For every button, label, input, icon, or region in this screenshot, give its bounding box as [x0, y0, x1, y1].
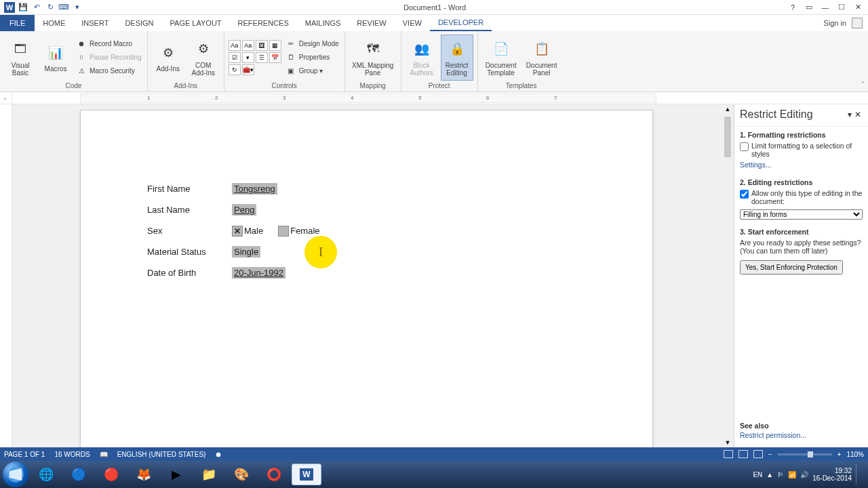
tray-clock[interactable]: 19:32 16-Dec-2014 — [812, 467, 852, 482]
record-macro-button[interactable]: ⏺Record Macro — [75, 38, 143, 50]
group-button[interactable]: ▣Group ▾ — [284, 65, 340, 77]
zoom-thumb[interactable] — [808, 451, 813, 458]
restrict-permission-link[interactable]: Restrict permission... — [740, 430, 806, 441]
web-layout-view-icon[interactable] — [753, 450, 763, 458]
first-name-field[interactable]: Tongsreng — [232, 183, 277, 195]
tab-references[interactable]: REFERENCES — [230, 15, 297, 31]
formatting-settings-link[interactable]: Settings... — [740, 159, 772, 170]
document-template-button[interactable]: 📄 Document Template — [482, 35, 520, 81]
minimize-icon[interactable]: — — [819, 2, 831, 13]
vertical-ruler[interactable] — [0, 104, 12, 447]
tab-selector[interactable]: ⌐ — [0, 92, 12, 104]
scroll-up-icon[interactable]: ▲ — [725, 104, 731, 114]
close-icon[interactable]: ✕ — [852, 2, 864, 13]
tray-network-icon[interactable]: 📶 — [788, 471, 796, 479]
document-area[interactable]: First Name Tongsreng Last Name Peng Sex … — [12, 104, 722, 447]
tab-mailings[interactable]: MAILINGS — [297, 15, 349, 31]
editing-checkbox-row[interactable]: Allow only this type of editing in the d… — [740, 186, 863, 207]
zoom-in-icon[interactable]: + — [837, 451, 842, 458]
tab-view[interactable]: VIEW — [395, 15, 430, 31]
scroll-down-icon[interactable]: ▼ — [725, 438, 731, 447]
tab-developer[interactable]: DEVELOPER — [430, 15, 492, 31]
status-language[interactable]: ENGLISH (UNITED STATES) — [117, 451, 206, 458]
tab-design[interactable]: DESIGN — [117, 15, 161, 31]
last-name-field[interactable]: Peng — [232, 204, 256, 216]
print-layout-view-icon[interactable] — [738, 450, 748, 458]
ribbon-display-icon[interactable]: ▭ — [803, 2, 815, 13]
horizontal-ruler[interactable]: 1 2 3 4 5 6 7 — [80, 94, 656, 103]
status-proofing-icon[interactable]: 📖 — [100, 451, 108, 458]
taskbar-ie-icon[interactable]: 🌐 — [31, 464, 61, 485]
taskbar-globe-icon[interactable]: 🔵 — [64, 464, 94, 485]
macros-button[interactable]: 📊 Macros — [39, 35, 72, 81]
tray-up-icon[interactable]: ▲ — [766, 471, 773, 479]
material-status-field[interactable]: Single — [232, 246, 260, 258]
start-button[interactable] — [3, 462, 28, 487]
vertical-scrollbar[interactable]: ▲ ▼ — [722, 104, 734, 447]
taskbar-word-icon[interactable]: W — [292, 464, 321, 485]
taskbar-explorer-icon[interactable]: 📁 — [194, 464, 224, 485]
collapse-ribbon-icon[interactable]: ˆ — [862, 81, 864, 89]
male-checkbox[interactable]: ✕ — [232, 226, 243, 237]
date-picker-control-icon[interactable]: 📅 — [269, 52, 281, 63]
visual-basic-button[interactable]: 🗔 Visual Basic — [4, 35, 37, 81]
pause-recording-button[interactable]: ⏸Pause Recording — [75, 52, 143, 64]
checkbox-control-icon[interactable]: ☑ — [229, 52, 241, 63]
document-panel-button[interactable]: 📋 Document Panel — [523, 35, 561, 81]
redo-icon[interactable]: ↻ — [45, 2, 56, 13]
save-icon[interactable]: 💾 — [18, 2, 28, 13]
dropdown-control-icon[interactable]: ☰ — [256, 52, 268, 63]
undo-icon[interactable]: ↶ — [31, 2, 42, 13]
page[interactable]: First Name Tongsreng Last Name Peng Sex … — [80, 110, 653, 447]
read-mode-view-icon[interactable] — [724, 450, 733, 458]
addins-button[interactable]: ⚙ Add-Ins — [152, 35, 184, 81]
sign-in-link[interactable]: Sign in — [823, 19, 846, 27]
maximize-icon[interactable]: ☐ — [835, 2, 848, 13]
female-checkbox[interactable] — [278, 226, 289, 237]
block-authors-button[interactable]: 👥 Block Authors — [406, 35, 438, 81]
restrict-editing-button[interactable]: 🔒 Restrict Editing — [441, 35, 473, 81]
building-block-control-icon[interactable]: ▦ — [269, 40, 281, 51]
rich-text-control-icon[interactable]: Aa — [229, 40, 241, 51]
status-words[interactable]: 16 WORDS — [54, 451, 90, 458]
zoom-slider[interactable] — [778, 453, 832, 455]
tab-insert[interactable]: INSERT — [73, 15, 117, 31]
qat-dropdown-icon[interactable]: ▾ — [72, 2, 83, 13]
formatting-checkbox-row[interactable]: Limit formatting to a selection of style… — [740, 139, 863, 159]
pane-close-icon[interactable]: ✕ — [853, 110, 863, 119]
zoom-out-icon[interactable]: − — [768, 451, 772, 458]
touch-mode-icon[interactable]: ⌨ — [58, 2, 69, 13]
avatar[interactable] — [852, 18, 863, 28]
design-mode-button[interactable]: ✏Design Mode — [284, 38, 340, 50]
repeating-control-icon[interactable]: ↻ — [229, 64, 241, 75]
formatting-checkbox[interactable] — [740, 142, 749, 151]
editing-checkbox[interactable] — [740, 190, 749, 199]
tab-home[interactable]: HOME — [35, 15, 73, 31]
status-page[interactable]: PAGE 1 OF 1 — [4, 451, 45, 458]
start-enforcing-button[interactable]: Yes, Start Enforcing Protection — [740, 260, 843, 274]
taskbar-paint-icon[interactable]: 🎨 — [226, 464, 256, 485]
taskbar-firefox-icon[interactable]: 🦊 — [129, 464, 159, 485]
plain-text-control-icon[interactable]: Aa — [242, 40, 254, 51]
show-desktop-button[interactable] — [856, 464, 861, 485]
xml-mapping-button[interactable]: 🗺 XML Mapping Pane — [349, 35, 397, 81]
zoom-level[interactable]: 110% — [846, 451, 864, 458]
pane-dropdown-icon[interactable]: ▾ — [846, 110, 853, 119]
legacy-tools-icon[interactable]: 🧰▾ — [242, 64, 254, 75]
tab-review[interactable]: REVIEW — [349, 15, 394, 31]
com-addins-button[interactable]: ⚙ COM Add-Ins — [187, 35, 220, 81]
help-icon[interactable]: ? — [787, 2, 799, 13]
taskbar-opera-icon[interactable]: 🔴 — [96, 464, 126, 485]
scroll-thumb[interactable] — [724, 117, 731, 157]
picture-control-icon[interactable]: 🖼 — [256, 40, 268, 51]
macro-security-button[interactable]: ⚠Macro Security — [75, 65, 143, 77]
dob-field[interactable]: 20-Jun-1992 — [232, 267, 285, 279]
properties-button[interactable]: 🗒Properties — [284, 52, 340, 64]
taskbar-media-player-icon[interactable]: ▶ — [161, 464, 191, 485]
taskbar-chrome-icon[interactable]: ⭕ — [259, 464, 289, 485]
tab-page-layout[interactable]: PAGE LAYOUT — [162, 15, 230, 31]
tab-file[interactable]: FILE — [0, 15, 35, 31]
status-macros-icon[interactable]: ⏺ — [215, 451, 222, 458]
tray-flag-icon[interactable]: 🏳 — [777, 471, 784, 479]
combobox-control-icon[interactable]: ▾ — [242, 52, 254, 63]
